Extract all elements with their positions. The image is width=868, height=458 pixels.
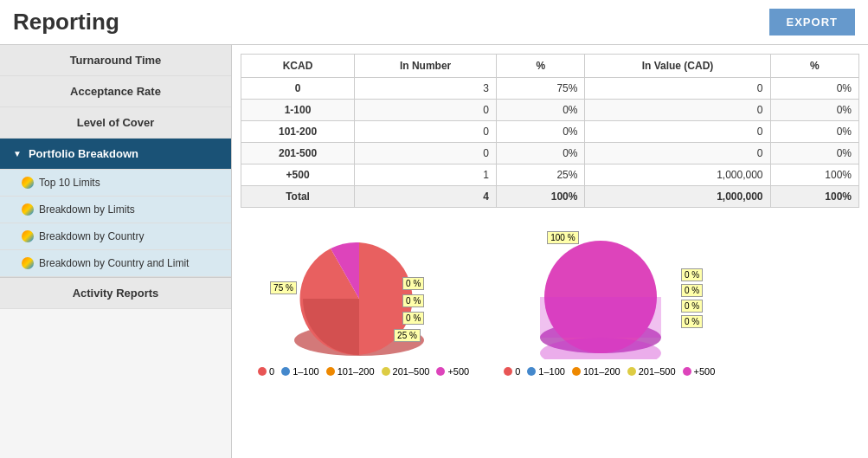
right-legend-item-0: 0 <box>504 366 520 377</box>
legend-dot-1100 <box>281 367 290 376</box>
right-legend-item-101200: 101–200 <box>572 366 620 377</box>
right-label-0a: 0 % <box>681 268 703 281</box>
legend-label-0: 0 <box>269 366 274 377</box>
legend-dot-201500 <box>382 367 390 376</box>
left-legend: 0 1–100 101–200 201–500 <box>258 366 469 377</box>
legend-label-201500: 201–500 <box>393 366 430 377</box>
legend-dot-101200 <box>326 367 335 376</box>
right-legend-dot-201500 <box>627 367 636 376</box>
sidebar-item-bylimits[interactable]: Breakdown by Limits <box>0 197 231 223</box>
sidebar-item-top10[interactable]: Top 10 Limits <box>0 170 231 197</box>
col-pct2: % <box>770 55 858 78</box>
col-in-value: In Value (CAD) <box>585 55 770 78</box>
right-legend-dot-1100 <box>527 367 536 376</box>
sidebar-item-turnaround[interactable]: Turnaround Time <box>0 45 231 76</box>
right-legend-item-201500: 201–500 <box>627 366 676 377</box>
cell-pct2: 100% <box>770 164 858 186</box>
cell-in-number: 3 <box>355 78 497 100</box>
cell-in-number: 0 <box>355 121 497 143</box>
table-row: 201-500 0 0% 0 0% <box>241 143 859 164</box>
cell-pct1: 25% <box>497 164 585 186</box>
table-row: Total 4 100% 1,000,000 100% <box>241 186 859 208</box>
cell-in-value: 0 <box>585 100 770 121</box>
legend-label-plus500: +500 <box>447 366 469 377</box>
cell-pct1: 75% <box>497 78 585 100</box>
left-pie-wrapper: 75 % 0 % 0 % 0 % 25 % <box>268 229 459 359</box>
cell-pct2: 0% <box>770 100 858 121</box>
right-legend-dot-0 <box>504 367 512 376</box>
right-label-0d: 0 % <box>681 315 703 328</box>
sidebar-item-portfolio-label: Portfolio Breakdown <box>29 147 138 160</box>
right-legend-label-201500: 201–500 <box>639 366 676 377</box>
cell-pct2: 0% <box>770 78 858 100</box>
right-pie-chart <box>514 229 687 359</box>
export-button[interactable]: EXPORT <box>769 9 855 35</box>
right-legend-label-101200: 101–200 <box>583 366 620 377</box>
cell-kcad: 0 <box>241 78 355 100</box>
sidebar-item-bycountry-label: Breakdown by Country <box>39 230 144 242</box>
sidebar-item-top10-label: Top 10 Limits <box>39 177 100 189</box>
cell-in-number: 1 <box>355 164 497 186</box>
legend-item-201500: 201–500 <box>382 366 430 377</box>
cell-kcad: 101-200 <box>241 121 355 143</box>
col-in-number: In Number <box>355 55 497 78</box>
globe-icon-bylimits <box>22 203 34 216</box>
cell-in-value: 1,000,000 <box>585 186 770 208</box>
sidebar-item-levelofcover[interactable]: Level of Cover <box>0 107 231 139</box>
legend-item-101200: 101–200 <box>326 366 375 377</box>
col-pct1: % <box>497 55 585 78</box>
legend-label-1100: 1–100 <box>293 366 319 377</box>
right-legend-label-0: 0 <box>515 366 520 377</box>
cell-pct2: 0% <box>770 121 858 143</box>
cell-in-value: 0 <box>585 78 770 100</box>
cell-kcad: +500 <box>241 164 355 186</box>
right-legend-item-1100: 1–100 <box>527 366 565 377</box>
sidebar-item-bycountrylimit[interactable]: Breakdown by Country and Limit <box>0 250 231 277</box>
legend-item-1100: 1–100 <box>281 366 319 377</box>
cell-in-value: 1,000,000 <box>585 164 770 186</box>
page-title: Reporting <box>13 9 119 35</box>
legend-label-101200: 101–200 <box>338 366 375 377</box>
svg-rect-5 <box>540 297 661 338</box>
col-kcad: KCAD <box>241 55 355 78</box>
cell-pct2: 100% <box>770 186 858 208</box>
globe-icon-top10 <box>22 177 34 189</box>
sidebar-item-bycountrylimit-label: Breakdown by Country and Limit <box>39 257 189 269</box>
right-legend-dot-plus500 <box>683 367 691 376</box>
legend-item-plus500: +500 <box>436 366 469 377</box>
left-label-0b: 0 % <box>402 294 424 307</box>
left-label-25: 25 % <box>394 329 421 342</box>
sidebar-sub-menu: Top 10 Limits Breakdown by Limits Breakd… <box>0 170 231 277</box>
cell-in-number: 0 <box>355 143 497 164</box>
cell-kcad: Total <box>241 186 355 208</box>
left-label-0a: 0 % <box>402 277 424 290</box>
legend-dot-plus500 <box>436 367 445 376</box>
chevron-icon: ▼ <box>13 149 22 158</box>
cell-in-value: 0 <box>585 121 770 143</box>
cell-pct1: 100% <box>497 186 585 208</box>
right-legend-label-1100: 1–100 <box>538 366 565 377</box>
sidebar-item-portfolio[interactable]: ▼ Portfolio Breakdown <box>0 139 231 170</box>
table-row: 101-200 0 0% 0 0% <box>241 121 859 143</box>
legend-dot-0 <box>258 367 267 376</box>
table-row: 0 3 75% 0 0% <box>241 78 859 100</box>
cell-in-number: 0 <box>355 100 497 121</box>
sidebar: Turnaround Time Acceptance Rate Level of… <box>0 45 232 458</box>
table-row: +500 1 25% 1,000,000 100% <box>241 164 859 186</box>
right-legend-label-plus500: +500 <box>694 366 716 377</box>
sidebar-item-acceptance[interactable]: Acceptance Rate <box>0 76 231 107</box>
content-area: KCAD In Number % In Value (CAD) % 0 3 75… <box>232 45 868 458</box>
sidebar-item-bycountry[interactable]: Breakdown by Country <box>0 223 231 250</box>
right-legend: 0 1–100 101–200 201–500 <box>504 366 715 377</box>
sidebar-item-bylimits-label: Breakdown by Limits <box>39 203 135 216</box>
left-label-0c: 0 % <box>402 312 424 325</box>
right-label-0b: 0 % <box>681 284 703 297</box>
right-label-100: 100 % <box>547 231 578 244</box>
right-legend-item-plus500: +500 <box>683 366 716 377</box>
table-row: 1-100 0 0% 0 0% <box>241 100 859 121</box>
cell-kcad: 1-100 <box>241 100 355 121</box>
cell-kcad: 201-500 <box>241 143 355 164</box>
right-label-0c: 0 % <box>681 300 703 313</box>
sidebar-item-activity[interactable]: Activity Reports <box>0 278 231 309</box>
right-pie-wrapper: 100 % 0 % 0 % 0 % 0 % <box>514 229 704 359</box>
